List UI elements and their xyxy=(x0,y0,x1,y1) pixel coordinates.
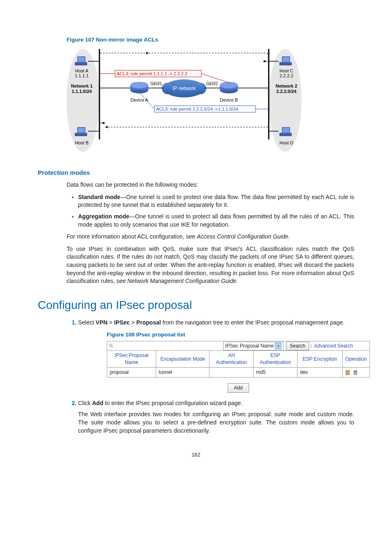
network-1-label: Network 1 xyxy=(71,83,93,88)
device-b-label: Device B xyxy=(220,97,238,102)
aggregation-mode-item: Aggregation mode—One tunnel is used to p… xyxy=(78,213,354,229)
cell-esp-auth: md5 xyxy=(254,368,297,378)
steps-list: Select VPN > IPSec > Proposal from the n… xyxy=(67,319,354,435)
svg-rect-7 xyxy=(78,128,85,132)
svg-point-45 xyxy=(110,344,112,347)
search-row: IPSec Proposal Name ▾ Search | Advanced … xyxy=(107,341,370,351)
protection-modes-heading: Protection modes xyxy=(38,168,354,177)
breadcrumb-ipsec: IPSec xyxy=(114,319,130,326)
figure-107-caption: Figure 107 Non-mirror image ACLs xyxy=(38,36,354,44)
svg-point-28 xyxy=(130,82,148,88)
figure-107-diagram: Host A 1.1.1.1 Network 1 1.1.1.0/24 Host… xyxy=(67,49,302,156)
search-input[interactable] xyxy=(107,343,222,348)
host-c-label: Host C xyxy=(279,68,293,73)
network-2-label: Network 2 xyxy=(276,83,297,88)
edit-icon[interactable] xyxy=(345,370,351,375)
svg-point-31 xyxy=(220,82,238,88)
cell-operation xyxy=(343,368,370,378)
standard-mode-item: Standard mode—One tunnel is used to prot… xyxy=(78,193,354,209)
figure-108-caption: Figure 108 IPsec proposal list xyxy=(107,331,354,339)
table-row: proposal tunnel md5 des xyxy=(107,368,370,378)
breadcrumb-proposal: Proposal xyxy=(136,319,161,326)
protection-list: Standard mode—One tunnel is used to prot… xyxy=(67,193,354,229)
step-2: Click Add to enter the IPsec proposal co… xyxy=(78,399,354,435)
aggregation-mode-bold: Aggregation mode xyxy=(78,213,129,220)
acl-more-info: For more information about ACL configura… xyxy=(67,233,354,241)
acl-top-label: ACL3: rule permit 1.1.1.1 -> 2.2.2.2 xyxy=(117,71,187,76)
protection-intro: Data flows can be protected in the follo… xyxy=(67,181,354,189)
svg-rect-10 xyxy=(283,57,289,62)
search-field-select[interactable]: IPSec Proposal Name ▾ xyxy=(223,342,284,350)
host-b-label: Host B xyxy=(75,140,88,145)
advanced-search-link[interactable]: Advanced Search xyxy=(314,343,353,350)
trash-icon[interactable] xyxy=(353,370,358,375)
ge02-label: GE0/2 xyxy=(206,81,218,86)
search-icon xyxy=(109,343,114,348)
add-row: Add xyxy=(107,383,370,393)
th-esp-auth[interactable]: ESP Authentication xyxy=(254,351,297,368)
host-c-ip: 2.2.2.2 xyxy=(279,73,293,78)
ip-network-label: IP network xyxy=(173,86,196,91)
svg-line-46 xyxy=(112,346,113,348)
svg-rect-52 xyxy=(353,371,357,372)
chevron-down-icon: ▾ xyxy=(275,343,281,349)
th-op: Operation xyxy=(343,351,370,368)
add-bold: Add xyxy=(92,400,103,406)
breadcrumb-vpn: VPN xyxy=(96,319,108,326)
cell-esp-enc: des xyxy=(297,368,342,378)
table-header-row: IPSec Proposal Name Encapsulation Mode A… xyxy=(107,351,370,368)
acl-guide-ref: Access Control Configuration Guide. xyxy=(197,233,290,240)
page-number: 162 xyxy=(38,451,354,459)
svg-point-33 xyxy=(162,83,173,94)
configuring-heading: Configuring an IPsec proposal xyxy=(38,297,354,313)
device-a-label: Device A xyxy=(130,97,148,102)
th-name[interactable]: IPSec Proposal Name xyxy=(107,351,156,368)
qos-guide-ref: Network Management Configuration Guide xyxy=(127,278,236,284)
step-1: Select VPN > IPSec > Proposal from the n… xyxy=(78,319,354,393)
cell-name: proposal xyxy=(107,368,156,378)
proposal-table: IPSec Proposal Name Encapsulation Mode A… xyxy=(107,350,370,377)
qos-info: To use IPsec in combination with QoS, ma… xyxy=(67,245,354,285)
th-esp-enc[interactable]: ESP Encryption xyxy=(297,351,342,368)
acl-bottom-label: ACL3: rule permit 2.2.2.0/24 ->1.1.1.0/2… xyxy=(156,107,238,111)
svg-point-34 xyxy=(195,83,206,94)
standard-mode-bold: Standard mode xyxy=(78,194,120,200)
network-1-subnet: 1.1.1.0/24 xyxy=(72,89,92,94)
svg-rect-13 xyxy=(283,128,289,132)
th-encap[interactable]: Encapsulation Mode xyxy=(156,351,210,368)
search-button[interactable]: Search xyxy=(286,342,309,350)
add-button[interactable]: Add xyxy=(228,383,249,393)
search-select-value: IPSec Proposal Name xyxy=(225,343,274,350)
svg-rect-4 xyxy=(78,57,85,62)
host-d-label: Host D xyxy=(279,140,293,145)
cell-ah xyxy=(210,368,254,378)
network-2-subnet: 2.2.2.0/24 xyxy=(277,89,297,94)
ipsec-proposal-ui: IPSec Proposal Name ▾ Search | Advanced … xyxy=(107,341,370,392)
ge01-label: GE0/1 xyxy=(150,81,162,86)
step-2-detail: The Web interface provides two modes for… xyxy=(78,410,354,435)
host-a-ip: 1.1.1.1 xyxy=(75,73,89,78)
cell-encap: tunnel xyxy=(156,368,210,378)
host-a-label: Host A xyxy=(75,68,89,73)
th-ah[interactable]: AH Authentication xyxy=(210,351,254,368)
